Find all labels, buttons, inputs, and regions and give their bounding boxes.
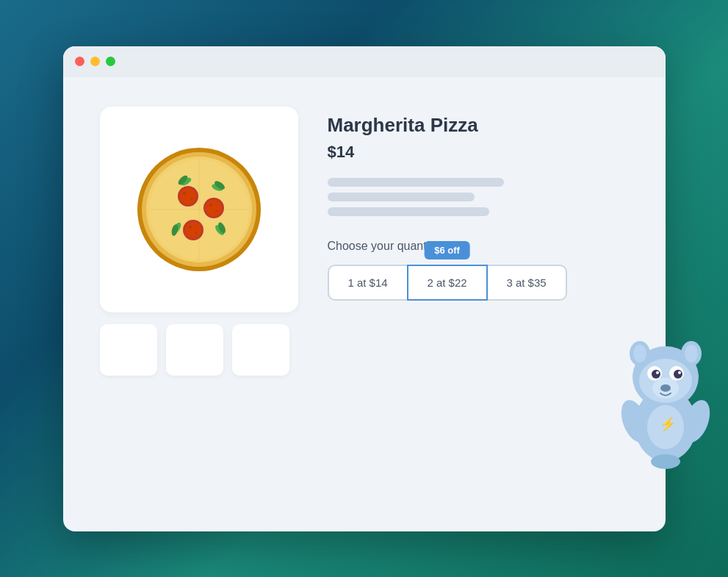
- svg-point-17: [206, 200, 222, 216]
- svg-point-37: [652, 370, 660, 379]
- svg-point-39: [656, 371, 659, 374]
- minimize-button[interactable]: [90, 57, 100, 66]
- svg-point-21: [185, 222, 201, 238]
- quantity-option-3-label: 3 at $35: [506, 276, 546, 289]
- thumbnail-1[interactable]: [100, 324, 157, 376]
- svg-point-32: [633, 345, 646, 362]
- pizza-image: [133, 143, 265, 276]
- svg-point-42: [660, 384, 671, 392]
- titlebar: [63, 46, 666, 77]
- product-left-column: [100, 107, 298, 502]
- svg-point-22: [189, 226, 192, 229]
- svg-point-23: [195, 232, 197, 234]
- thumbnail-row: [100, 324, 298, 376]
- browser-content: Margherita Pizza $14 Choose your quantit…: [63, 77, 666, 531]
- raccoon-svg: ⚡: [607, 311, 724, 473]
- svg-text:⚡: ⚡: [660, 416, 677, 432]
- product-image-container: [100, 107, 298, 312]
- svg-point-38: [674, 370, 682, 379]
- svg-point-44: [651, 454, 680, 469]
- product-price: $14: [328, 143, 629, 162]
- close-button[interactable]: [75, 57, 84, 66]
- product-title: Margherita Pizza: [328, 114, 629, 137]
- quantity-option-3[interactable]: 3 at $35: [486, 265, 567, 301]
- maximize-button[interactable]: [106, 57, 115, 66]
- product-right-column: Margherita Pizza $14 Choose your quantit…: [328, 107, 629, 502]
- quantity-option-1-label: 1 at $14: [347, 276, 387, 289]
- svg-point-18: [209, 204, 212, 207]
- description-line-2: [328, 193, 475, 201]
- quantity-option-2-label: 2 at $22: [427, 276, 466, 289]
- thumbnail-3[interactable]: [232, 324, 289, 376]
- svg-point-19: [215, 209, 217, 212]
- discount-badge: $6 off: [424, 241, 470, 259]
- svg-point-13: [180, 188, 196, 204]
- description-line-3: [328, 207, 489, 216]
- svg-point-33: [685, 345, 698, 362]
- quantity-option-2[interactable]: $6 off 2 at $22: [407, 265, 488, 301]
- quantity-selector: 1 at $14 $6 off 2 at $22 3 at $35: [328, 265, 629, 301]
- browser-window: Margherita Pizza $14 Choose your quantit…: [63, 46, 666, 531]
- mascot: ⚡: [607, 311, 724, 473]
- thumbnail-2[interactable]: [166, 324, 223, 376]
- svg-point-40: [678, 371, 681, 374]
- description-line-1: [328, 178, 504, 187]
- svg-point-14: [183, 192, 186, 195]
- svg-point-15: [190, 197, 192, 199]
- quantity-label: Choose your quantity:: [328, 240, 629, 253]
- quantity-option-1[interactable]: 1 at $14: [328, 265, 408, 301]
- product-description: [328, 178, 629, 216]
